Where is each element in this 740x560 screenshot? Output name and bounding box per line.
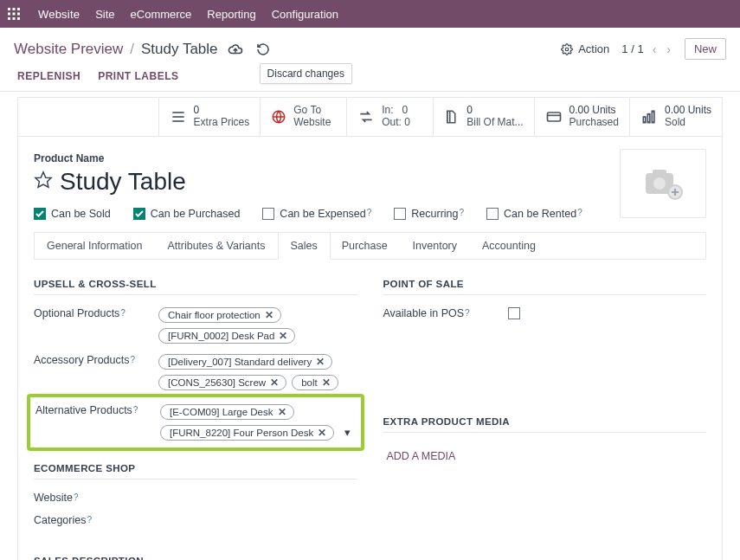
help-icon[interactable]: ? [367, 208, 372, 217]
accessory-products-input[interactable]: [Delivery_007] Standard delivery✕ [CONS_… [158, 354, 357, 390]
stat-sold[interactable]: 0.00 UnitsSold [629, 98, 722, 136]
svg-rect-4 [13, 13, 16, 16]
product-flags: Can be Sold Can be Purchased Can be Expe… [34, 208, 706, 220]
check-available-in-pos[interactable] [508, 307, 520, 319]
check-recurring[interactable]: Recurring? [394, 208, 464, 220]
check-sold-label: Can be Sold [51, 208, 111, 220]
tab-sales[interactable]: Sales [278, 232, 331, 260]
highlight-alternative-products: Alternative Products? [E-COM09] Large De… [27, 394, 364, 451]
checkbox-icon [486, 208, 499, 220]
stat-purchased[interactable]: 0.00 UnitsPurchased [534, 98, 629, 136]
optional-products-input[interactable]: Chair floor protection✕ [FURN_0002] Desk… [158, 307, 357, 344]
form-card: 0Extra Prices Go ToWebsite In: 0 Out: 0 … [17, 97, 723, 560]
stat-goto-line1: Go To [293, 105, 331, 117]
tag-item: [Delivery_007] Standard delivery✕ [158, 354, 332, 370]
tab-attributes-variants[interactable]: Attributes & Variants [155, 233, 278, 259]
stat-in-value: 0 [402, 104, 409, 116]
menu-reporting[interactable]: Reporting [207, 8, 255, 21]
favorite-star-icon[interactable] [34, 171, 53, 192]
form-body: Product Name Study Table Can be Sold Can… [18, 137, 722, 560]
remove-tag-icon[interactable]: ✕ [270, 377, 279, 389]
svg-rect-20 [653, 170, 666, 177]
help-icon[interactable]: ? [460, 208, 465, 217]
alternative-products-input[interactable]: [E-COM09] Large Desk✕ [FURN_8220] Four P… [160, 404, 356, 441]
stat-go-to-website[interactable]: Go ToWebsite [260, 98, 346, 136]
pager-prev-icon[interactable]: ‹ [651, 42, 659, 56]
tag-text: [Delivery_007] Standard delivery [168, 357, 312, 367]
menu-site[interactable]: Site [95, 8, 114, 21]
breadcrumb-sep: / [130, 41, 134, 58]
check-can-be-purchased[interactable]: Can be Purchased [133, 208, 241, 220]
add-media-button[interactable]: ADD A MEDIA [383, 445, 460, 467]
svg-rect-3 [8, 13, 10, 16]
breadcrumb-back[interactable]: Website Preview [14, 41, 123, 58]
svg-rect-14 [547, 113, 560, 121]
dropdown-caret-icon[interactable]: ▾ [339, 426, 356, 439]
menu-ecommerce[interactable]: eCommerce [131, 8, 192, 21]
remove-tag-icon[interactable]: ✕ [278, 406, 286, 418]
tab-general-information[interactable]: General Information [35, 233, 155, 259]
remove-tag-icon[interactable]: ✕ [318, 427, 326, 439]
menu-configuration[interactable]: Configuration [272, 8, 338, 21]
remove-tag-icon[interactable]: ✕ [265, 309, 273, 321]
tag-text: [FURN_8220] Four Person Desk [170, 428, 313, 438]
discard-icon[interactable] [253, 39, 273, 60]
tab-inventory[interactable]: Inventory [401, 233, 470, 259]
tag-item: [CONS_25630] Screw✕ [158, 375, 286, 390]
app-name[interactable]: Website [38, 8, 80, 21]
remove-tag-icon[interactable]: ✕ [279, 330, 287, 342]
check-can-be-rented[interactable]: Can be Rented? [486, 208, 582, 220]
help-icon[interactable]: ? [87, 515, 92, 525]
replenish-link[interactable]: REPLENISH [17, 70, 80, 82]
help-icon[interactable]: ? [465, 308, 470, 318]
check-can-be-expensed[interactable]: Can be Expensed? [262, 208, 371, 220]
pager-count: 1 / 1 [621, 42, 643, 55]
svg-rect-7 [13, 17, 16, 20]
stat-sold-num: 0.00 Units [665, 105, 711, 117]
print-labels-link[interactable]: PRINT LABELS [98, 70, 178, 82]
stat-goto-line2: Website [293, 117, 331, 129]
svg-marker-25 [35, 172, 51, 187]
help-icon[interactable]: ? [133, 405, 138, 415]
help-icon[interactable]: ? [74, 492, 79, 502]
svg-rect-2 [17, 8, 20, 10]
tag-item: [FURN_0002] Desk Pad✕ [158, 328, 295, 344]
help-icon[interactable]: ? [120, 308, 125, 318]
product-image-upload[interactable] [620, 149, 706, 218]
stat-bom-label: Bill Of Mat... [467, 117, 523, 129]
apps-icon[interactable] [7, 7, 21, 21]
stat-sold-label: Sold [665, 117, 711, 129]
pager-next-icon[interactable]: › [665, 42, 672, 56]
product-title[interactable]: Study Table [60, 168, 186, 196]
label-categories: Categories [34, 514, 86, 526]
check-can-be-sold[interactable]: Can be Sold [34, 208, 111, 220]
svg-rect-16 [643, 117, 646, 123]
remove-tag-icon[interactable]: ✕ [316, 356, 325, 368]
svg-point-21 [653, 177, 666, 190]
stat-in-out[interactable]: In: 0 Out: 0 [346, 98, 433, 136]
section-point-of-sale: POINT OF SALE [383, 279, 707, 295]
discard-tooltip: Discard changes [260, 63, 352, 84]
svg-rect-5 [17, 13, 20, 16]
label-optional-products: Optional Products [34, 307, 119, 319]
svg-rect-18 [652, 111, 654, 122]
new-button[interactable]: New [685, 38, 726, 60]
remove-tag-icon[interactable]: ✕ [322, 377, 331, 389]
tab-accounting[interactable]: Accounting [470, 233, 549, 259]
check-recurring-label: Recurring [411, 208, 458, 220]
action-menu-label: Action [578, 42, 609, 55]
check-rented-label: Can be Rented [504, 208, 576, 220]
tab-purchase[interactable]: Purchase [330, 233, 401, 259]
stat-bom-num: 0 [467, 105, 523, 117]
action-menu[interactable]: Action [561, 42, 609, 55]
breadcrumb: Website Preview / Study Table Discard ch… [14, 39, 273, 60]
stat-extra-prices[interactable]: 0Extra Prices [158, 98, 261, 136]
help-icon[interactable]: ? [130, 355, 135, 364]
tag-text: [FURN_0002] Desk Pad [168, 331, 274, 341]
help-icon[interactable]: ? [577, 208, 582, 217]
save-cloud-icon[interactable] [225, 39, 246, 60]
check-expensed-label: Can be Expensed [280, 208, 365, 220]
tag-text: [E-COM09] Large Desk [170, 407, 273, 417]
stat-bom[interactable]: 0Bill Of Mat... [433, 98, 533, 136]
tag-item: bolt✕ [292, 375, 338, 390]
